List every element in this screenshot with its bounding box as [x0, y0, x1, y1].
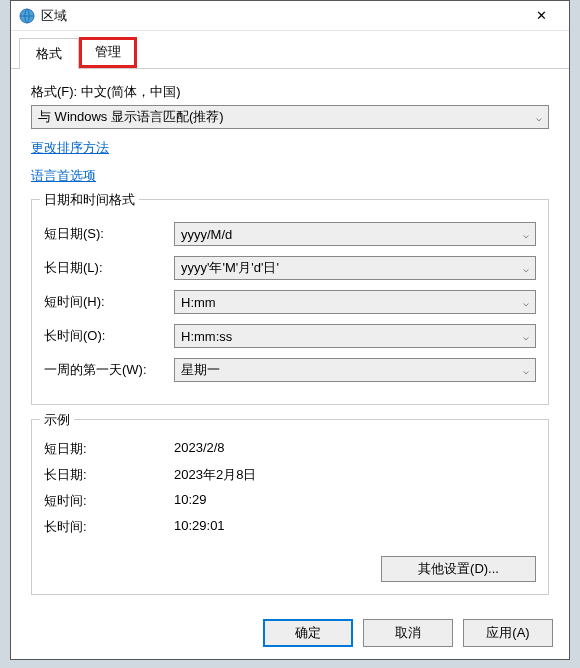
example-group: 示例 短日期:2023/2/8 长日期:2023年2月8日 短时间:10:29 … [31, 419, 549, 595]
content: 格式(F): 中文(简体，中国) 与 Windows 显示语言匹配(推荐) ⌵ … [11, 69, 569, 609]
format-dropdown[interactable]: 与 Windows 显示语言匹配(推荐) ⌵ [31, 105, 549, 129]
long-date-dropdown[interactable]: yyyy'年'M'月'd'日'⌵ [174, 256, 536, 280]
ex-long-date-label: 长日期: [44, 466, 174, 484]
titlebar: 区域 ✕ [11, 1, 569, 31]
footer: 确定 取消 应用(A) [263, 619, 553, 647]
tab-admin-label: 管理 [95, 44, 121, 59]
example-group-title: 示例 [40, 411, 74, 429]
short-date-label: 短日期(S): [44, 225, 174, 243]
chevron-down-icon: ⌵ [523, 365, 529, 376]
ex-long-date-value: 2023年2月8日 [174, 466, 256, 484]
first-day-dropdown[interactable]: 星期一⌵ [174, 358, 536, 382]
ex-short-time-label: 短时间: [44, 492, 174, 510]
ex-short-time-value: 10:29 [174, 492, 207, 510]
tab-format-label: 格式 [36, 46, 62, 61]
short-date-dropdown[interactable]: yyyy/M/d⌵ [174, 222, 536, 246]
chevron-down-icon: ⌵ [523, 297, 529, 308]
format-label: 格式(F): 中文(简体，中国) [31, 83, 549, 101]
ex-short-date-value: 2023/2/8 [174, 440, 225, 458]
ex-long-time-value: 10:29:01 [174, 518, 225, 536]
window-title: 区域 [41, 7, 521, 25]
format-dropdown-value: 与 Windows 显示语言匹配(推荐) [38, 108, 224, 126]
first-day-label: 一周的第一天(W): [44, 361, 174, 379]
chevron-down-icon: ⌵ [523, 331, 529, 342]
tab-admin[interactable]: 管理 [79, 37, 137, 68]
chevron-down-icon: ⌵ [523, 263, 529, 274]
short-time-label: 短时间(H): [44, 293, 174, 311]
apply-button[interactable]: 应用(A) [463, 619, 553, 647]
close-icon: ✕ [536, 8, 547, 23]
short-time-dropdown[interactable]: H:mm⌵ [174, 290, 536, 314]
long-date-label: 长日期(L): [44, 259, 174, 277]
tab-format[interactable]: 格式 [19, 38, 79, 69]
language-pref-link[interactable]: 语言首选项 [31, 167, 96, 185]
first-day-value: 星期一 [181, 361, 220, 379]
short-time-value: H:mm [181, 295, 216, 310]
chevron-down-icon: ⌵ [523, 229, 529, 240]
other-settings-button[interactable]: 其他设置(D)... [381, 556, 536, 582]
region-dialog: 区域 ✕ 格式 管理 格式(F): 中文(简体，中国) 与 Windows 显示… [10, 0, 570, 660]
short-date-value: yyyy/M/d [181, 227, 232, 242]
ex-short-date-label: 短日期: [44, 440, 174, 458]
close-button[interactable]: ✕ [521, 2, 561, 30]
ex-long-time-label: 长时间: [44, 518, 174, 536]
change-sort-link[interactable]: 更改排序方法 [31, 139, 109, 157]
long-time-value: H:mm:ss [181, 329, 232, 344]
long-time-label: 长时间(O): [44, 327, 174, 345]
long-time-dropdown[interactable]: H:mm:ss⌵ [174, 324, 536, 348]
globe-icon [19, 8, 35, 24]
tabs: 格式 管理 [11, 31, 569, 69]
ok-button[interactable]: 确定 [263, 619, 353, 647]
datetime-group-title: 日期和时间格式 [40, 191, 139, 209]
chevron-down-icon: ⌵ [536, 112, 542, 123]
long-date-value: yyyy'年'M'月'd'日' [181, 259, 279, 277]
datetime-group: 日期和时间格式 短日期(S): yyyy/M/d⌵ 长日期(L): yyyy'年… [31, 199, 549, 405]
cancel-button[interactable]: 取消 [363, 619, 453, 647]
